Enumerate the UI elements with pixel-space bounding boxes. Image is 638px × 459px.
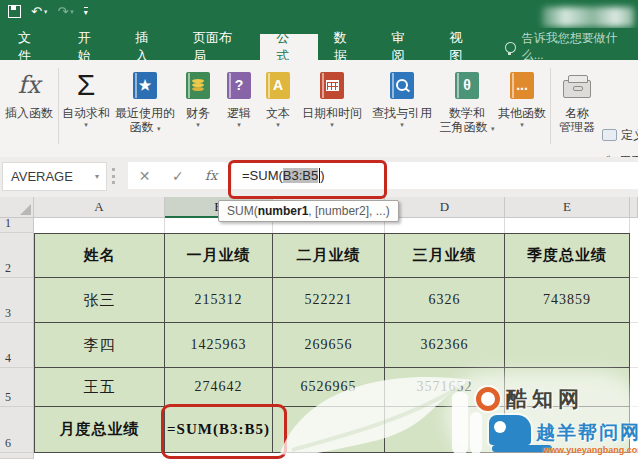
function-tooltip: SUM(number1, [number2], ...) — [218, 200, 399, 222]
date-time-icon — [320, 72, 344, 99]
tab-review[interactable]: 审阅 — [376, 34, 434, 60]
cell-d4[interactable]: 362366 — [385, 323, 505, 368]
name-box[interactable]: AVERAGE ▾ — [2, 162, 107, 191]
row-header-6[interactable]: 6 — [0, 407, 34, 453]
watermark-kuzhi: 酷知网 — [476, 385, 584, 413]
tab-home[interactable]: 开始 — [62, 34, 120, 60]
chevron-down-icon: ▾ — [196, 120, 200, 130]
undo-button[interactable]: ↶ ▾ — [31, 5, 47, 18]
cell-f2[interactable] — [630, 233, 638, 278]
chevron-down-icon: ▾ — [400, 120, 404, 130]
redo-button[interactable]: ↷ ▾ — [57, 5, 73, 18]
define-name-button[interactable]: 定义 — [602, 126, 638, 144]
cell-d3[interactable]: 6326 — [385, 278, 505, 323]
cell-a3[interactable]: 张三 — [34, 278, 165, 323]
cell-a4[interactable]: 李四 — [34, 323, 165, 368]
insert-function-button[interactable]: fx 插入函数 — [2, 64, 56, 150]
insert-function-fx-button[interactable]: fx — [205, 169, 217, 182]
chevron-down-icon: ▾ — [237, 120, 241, 130]
lightbulb-icon — [505, 42, 516, 53]
row-header-4[interactable]: 4 — [0, 323, 34, 368]
column-header-e[interactable]: E — [505, 197, 630, 218]
chevron-down-icon: ▾ — [276, 120, 280, 130]
tab-page-layout[interactable]: 页面布局 — [177, 34, 260, 60]
kuzhi-logo-text: 酷知网 — [506, 385, 584, 413]
lookup-reference-button[interactable]: 查找与引用 ▾ — [368, 64, 436, 150]
recently-used-icon: ★ — [133, 72, 157, 99]
cell-e2[interactable]: 季度总业绩 — [505, 233, 630, 278]
row-header-1[interactable]: 1 — [0, 218, 34, 233]
chevron-down-icon: ▾ — [44, 8, 48, 15]
financial-icon — [186, 72, 210, 99]
tab-file[interactable]: 文件 — [0, 34, 62, 60]
recently-used-button[interactable]: ★ 最近使用的 函数 ▾ — [114, 64, 176, 150]
date-time-button[interactable]: 日期和时间 ▾ — [298, 64, 366, 150]
tab-data[interactable]: 数据 — [318, 34, 376, 60]
column-header-f[interactable] — [630, 197, 638, 218]
tab-formulas[interactable]: 公式 — [260, 34, 318, 60]
autosum-button[interactable]: Σ 自动求和 ▾ — [60, 64, 112, 150]
more-functions-button[interactable]: ... 其他函数 ▾ — [498, 64, 546, 150]
cell-a2[interactable]: 姓名 — [34, 233, 165, 278]
math-trig-button[interactable]: θ 数学和 三角函数 ▾ — [438, 64, 496, 150]
cell-d1[interactable] — [385, 218, 505, 233]
ribbon-tab-bar: 文件 开始 插入 页面布局 公式 数据 审阅 视图 告诉我您想要做什么... — [0, 28, 638, 60]
cell-e3[interactable]: 743859 — [505, 278, 630, 323]
site-logo-text: 越羊帮问网 — [536, 420, 638, 446]
cell-a5[interactable]: 王五 — [34, 368, 165, 407]
row-header-5[interactable]: 5 — [0, 368, 34, 407]
chevron-down-icon: ▾ — [70, 8, 74, 15]
financial-button[interactable]: 财务 ▾ — [178, 64, 218, 150]
row-header-3[interactable]: 3 — [0, 278, 34, 323]
cell-c4[interactable]: 269656 — [273, 323, 385, 368]
cell-f4[interactable] — [630, 323, 638, 368]
undo-icon: ↶ — [31, 5, 42, 18]
cell-d2[interactable]: 三月业绩 — [385, 233, 505, 278]
text-functions-button[interactable]: A 文本 ▾ — [260, 64, 296, 150]
tell-me-box[interactable]: 告诉我您想要做什么... — [505, 34, 638, 60]
cell-b5[interactable]: 274642 — [165, 368, 273, 407]
tooltip-arg-bold: number1 — [258, 204, 309, 218]
cancel-button[interactable]: ✕ — [139, 169, 151, 183]
chevron-down-icon: ▾ — [84, 120, 88, 130]
text-functions-icon: A — [266, 72, 290, 99]
cell-c3[interactable]: 522221 — [273, 278, 385, 323]
cell-f1[interactable] — [630, 218, 638, 233]
column-header-a[interactable]: A — [34, 197, 165, 218]
cell-b4[interactable]: 1425963 — [165, 323, 273, 368]
defined-names-cluster: 定义 fx 用于 根据 — [602, 126, 638, 158]
row-header-7[interactable] — [0, 453, 34, 459]
customize-qat-icon[interactable]: ▾ — [84, 7, 88, 17]
cell-a6[interactable]: 月度总业绩 — [34, 407, 165, 453]
cell-c2[interactable]: 二月业绩 — [273, 233, 385, 278]
cell-b3[interactable]: 215312 — [165, 278, 273, 323]
watermark-ghost-mark — [470, 412, 482, 454]
column-header-d[interactable]: D — [385, 197, 505, 218]
row-header-2[interactable]: 2 — [0, 233, 34, 278]
redo-icon: ↷ — [57, 5, 68, 18]
name-manager-button[interactable]: 名称 管理器 — [554, 64, 600, 150]
lookup-reference-icon — [390, 72, 414, 99]
cell-f3[interactable] — [630, 278, 638, 323]
watermark-leaf — [272, 366, 480, 459]
more-functions-icon: ... — [510, 72, 534, 99]
site-url-text: www.yueyangbang.com — [543, 445, 638, 455]
sheet-row-4: 4 李四 1425963 269656 362366 — [0, 323, 638, 368]
formula-bar-splitter[interactable] — [112, 168, 115, 184]
redacted-area — [542, 7, 634, 27]
cell-b2[interactable]: 一月业绩 — [165, 233, 273, 278]
tab-view[interactable]: 视图 — [433, 34, 491, 60]
cell-a1[interactable] — [34, 218, 165, 233]
cell-e1[interactable] — [505, 218, 630, 233]
define-name-icon — [602, 129, 617, 141]
formula-bar-buttons: ✕ ✓ fx — [128, 162, 228, 189]
enter-button[interactable]: ✓ — [172, 169, 184, 183]
cell-e4[interactable] — [505, 323, 630, 368]
select-all-corner[interactable] — [0, 197, 34, 218]
ribbon-formulas: fx 插入函数 Σ 自动求和 ▾ ★ 最近使用的 函数 ▾ 财务 ▾ ? 逻辑 … — [0, 60, 638, 158]
save-icon[interactable] — [8, 5, 21, 18]
kuzhi-logo-icon — [476, 387, 500, 411]
logical-button[interactable]: ? 逻辑 ▾ — [220, 64, 258, 150]
tab-insert[interactable]: 插入 — [119, 34, 177, 60]
select-all-triangle-icon — [20, 204, 31, 215]
